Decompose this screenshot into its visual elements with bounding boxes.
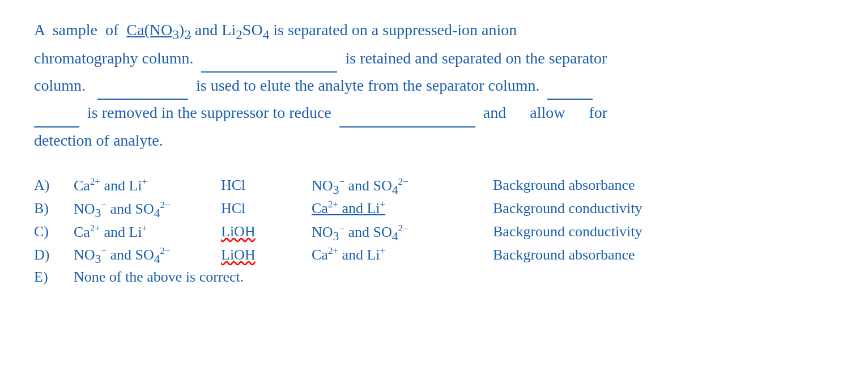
passage-line1: A sample of Ca(NO3)2 and Li2SO4 is separ…: [34, 21, 517, 39]
passage-text: A sample of Ca(NO3)2 and Li2SO4 is separ…: [34, 17, 834, 154]
passage-line5: detection of analyte.: [34, 131, 163, 149]
ca-no3-formula: Ca(NO3)2: [126, 21, 191, 39]
option-b-col3: Ca2+ and Li+: [312, 199, 493, 218]
option-d-col4: Background absorbance: [493, 246, 635, 264]
option-a: A) Ca2+ and Li+ HCl NO3− and SO42− Backg…: [34, 176, 834, 197]
blank-5: [339, 100, 475, 127]
option-a-col2: HCl: [221, 177, 312, 194]
option-c-col4: Background conductivity: [493, 223, 643, 240]
option-b-col2: HCl: [221, 200, 312, 217]
option-a-col4: Background absorbance: [493, 177, 635, 194]
option-c: C) Ca2+ and Li+ LiOH NO3− and SO42− Back…: [34, 223, 834, 244]
option-d-col3: Ca2+ and Li+: [312, 245, 493, 264]
option-d-letter: D): [34, 246, 74, 264]
passage-line4: is removed in the suppressor to reduce a…: [34, 104, 607, 121]
option-d: D) NO3− and SO42− LiOH Ca2+ and Li+ Back…: [34, 245, 834, 266]
blank-4: [34, 100, 79, 127]
option-c-col3: NO3− and SO42−: [312, 223, 493, 244]
options-section: A) Ca2+ and Li+ HCl NO3− and SO42− Backg…: [34, 176, 834, 286]
option-b-col1: NO3− and SO42−: [74, 199, 221, 220]
option-e-letter: E): [34, 269, 74, 286]
option-e-col1: None of the above is correct.: [74, 269, 244, 286]
option-d-col2: LiOH: [221, 246, 312, 264]
option-c-col1: Ca2+ and Li+: [74, 223, 221, 241]
blank-2: [97, 73, 188, 100]
option-b: B) NO3− and SO42− HCl Ca2+ and Li+ Backg…: [34, 199, 834, 220]
option-a-letter: A): [34, 177, 74, 194]
option-a-col3: NO3− and SO42−: [312, 176, 493, 197]
option-b-letter: B): [34, 200, 74, 217]
blank-1: [201, 45, 337, 73]
option-c-letter: C): [34, 223, 74, 240]
passage-line2: chromatography column. is retained and s…: [34, 49, 607, 67]
option-e: E) None of the above is correct.: [34, 269, 834, 286]
option-d-col1: NO3− and SO42−: [74, 245, 221, 266]
passage-line3: column. is used to elute the analyte fro…: [34, 76, 593, 94]
option-a-col1: Ca2+ and Li+: [74, 176, 221, 194]
option-c-col2: LiOH: [221, 223, 312, 240]
option-b-col4: Background conductivity: [493, 200, 643, 217]
blank-3: [547, 73, 593, 100]
